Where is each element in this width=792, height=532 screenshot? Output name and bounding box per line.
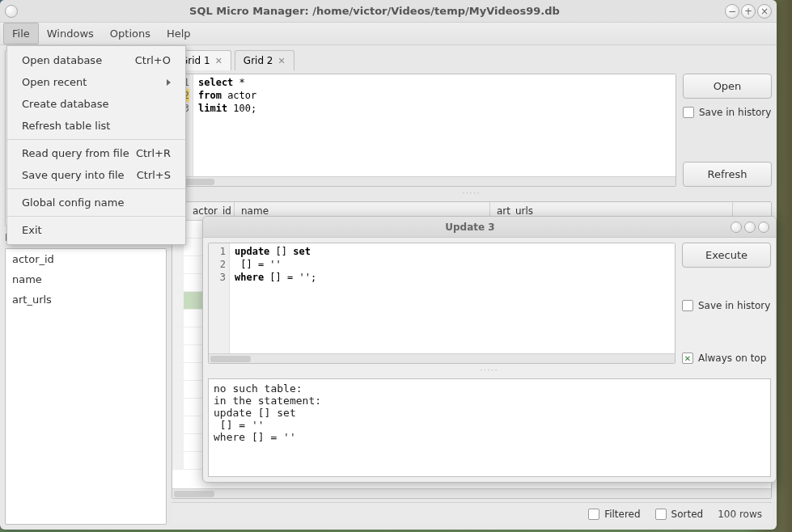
- menu-item[interactable]: Open recent: [7, 71, 185, 93]
- dialog-title: Update 3: [210, 222, 731, 233]
- filtered-checkbox[interactable]: Filtered: [588, 509, 640, 520]
- row-count: 100 rows: [718, 509, 762, 520]
- dialog-titlebar[interactable]: Update 3: [203, 217, 776, 238]
- dialog-maximize-button[interactable]: [744, 222, 756, 233]
- save-in-history-checkbox[interactable]: Save in history: [683, 107, 772, 118]
- sorted-checkbox[interactable]: Sorted: [655, 509, 704, 520]
- window-title: SQL Micro Manager: /home/victor/Videos/t…: [24, 5, 725, 17]
- refresh-button[interactable]: Refresh: [683, 162, 772, 187]
- tabs: Grid 1 ✕ Grid 2 ✕: [172, 50, 772, 70]
- menu-help[interactable]: Help: [159, 23, 199, 44]
- status-bar: Filtered Sorted 100 rows: [172, 502, 772, 525]
- menu-item[interactable]: Open databaseCtrl+O: [7, 49, 185, 71]
- sql-editor[interactable]: 123select *from actorlimit 100;: [172, 74, 676, 187]
- menu-item[interactable]: Save query into fileCtrl+S: [7, 164, 185, 186]
- dialog-update-3: Update 3 123update [] set [] = ''where […: [202, 216, 777, 483]
- menu-options[interactable]: Options: [102, 23, 159, 44]
- file-menu-dropdown: Open databaseCtrl+OOpen recentCreate dat…: [6, 45, 186, 245]
- window-minimize-button[interactable]: −: [725, 4, 739, 19]
- horizontal-scrollbar[interactable]: [172, 488, 771, 498]
- horizontal-scrollbar[interactable]: [172, 176, 676, 186]
- close-icon[interactable]: ✕: [215, 56, 222, 66]
- open-button[interactable]: Open: [683, 74, 772, 99]
- titlebar: SQL Micro Manager: /home/victor/Videos/t…: [0, 0, 777, 23]
- close-icon[interactable]: ✕: [278, 56, 286, 66]
- error-output: no such table: in the statement: update …: [208, 378, 771, 477]
- splitter[interactable]: ·····: [172, 190, 772, 198]
- horizontal-scrollbar[interactable]: [209, 353, 675, 363]
- dialog-sql-editor[interactable]: 123update [] set [] = ''where [] = '';: [208, 243, 676, 364]
- always-on-top-checkbox[interactable]: Always on top: [682, 353, 771, 364]
- menubar: File Windows Options Help: [0, 23, 777, 45]
- tab-grid-2[interactable]: Grid 2 ✕: [235, 50, 294, 70]
- fields-list[interactable]: actor_id name art_urls: [5, 248, 167, 525]
- dialog-save-in-history-checkbox[interactable]: Save in history: [682, 300, 771, 311]
- menu-item[interactable]: Refresh table list: [7, 115, 185, 137]
- execute-button[interactable]: Execute: [682, 243, 771, 268]
- menu-item[interactable]: Exit: [7, 219, 185, 241]
- dialog-minimize-button[interactable]: [731, 222, 742, 233]
- menu-item[interactable]: Global config name: [7, 192, 185, 213]
- window-close-button[interactable]: [5, 5, 18, 18]
- dialog-close-button[interactable]: [758, 222, 769, 233]
- list-item[interactable]: actor_id: [6, 249, 166, 269]
- list-item[interactable]: art_urls: [6, 289, 166, 310]
- menu-item[interactable]: Create database: [7, 93, 185, 115]
- window-maximize-button[interactable]: +: [741, 4, 756, 19]
- list-item[interactable]: name: [6, 269, 166, 289]
- menu-windows[interactable]: Windows: [39, 23, 102, 44]
- splitter[interactable]: ·····: [208, 367, 771, 375]
- menu-item[interactable]: Read query from fileCtrl+R: [7, 142, 185, 164]
- window-close-button-right[interactable]: ×: [757, 4, 772, 19]
- menu-file[interactable]: File: [3, 23, 39, 44]
- chevron-right-icon: [167, 79, 171, 86]
